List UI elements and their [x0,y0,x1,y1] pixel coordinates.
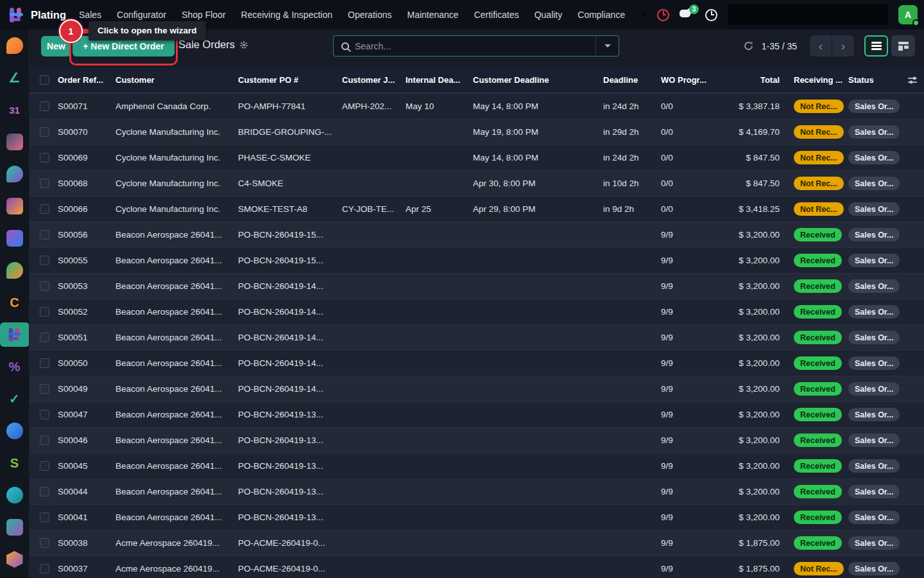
cell-wo[interactable]: 9/9 [661,384,712,394]
receiving-status-badge[interactable]: Received [794,228,842,241]
add-menu-icon[interactable]: + [641,9,647,21]
row-checkbox-cell[interactable] [30,256,58,265]
row-checkbox[interactable] [40,358,49,368]
cell-ref[interactable]: S00049 [58,384,116,394]
row-checkbox-cell[interactable] [30,358,58,368]
row-checkbox-cell[interactable] [30,179,58,188]
cell-po[interactable]: PO-BCN-260419-13... [238,435,342,445]
pager-previous-button[interactable]: ‹ [810,35,832,57]
receiving-status-badge[interactable]: Received [794,382,842,396]
list-view-button[interactable] [864,35,888,57]
calendar-icon[interactable]: 31 [0,98,30,122]
activities-icon[interactable] [657,9,669,21]
cell-total[interactable]: $ 1,875.00 [712,538,786,548]
order-status-badge[interactable]: Sales Or... [848,408,900,421]
cell-cust_deadline[interactable]: May 19, 8:00 PM [473,127,603,137]
column-header-customer-deadline[interactable]: Customer Deadline [473,75,603,85]
row-checkbox[interactable] [40,230,49,240]
discuss-icon[interactable] [0,33,30,58]
cell-ref[interactable]: S00037 [58,564,116,574]
cell-deadline[interactable]: in 10d 2h [603,179,661,188]
cell-po[interactable]: PO-AMPH-77841 [238,101,342,111]
menu-item-compliance[interactable]: Compliance [578,10,625,20]
receiving-status-badge[interactable]: Not Rec... [794,125,844,139]
order-status-badge[interactable]: Sales Or... [848,100,900,113]
cell-customer[interactable]: Acme Aerospace 260419... [116,538,238,548]
pager-next-button[interactable]: › [832,35,854,57]
row-checkbox[interactable] [40,384,49,394]
menu-item-configurator[interactable]: Configurator [117,10,166,20]
dashboards-icon[interactable] [0,162,30,186]
cell-po[interactable]: PO-BCN-260419-14... [238,333,342,342]
refresh-icon[interactable] [743,40,754,51]
table-row[interactable]: S00050Beacon Aerospace 26041...PO-BCN-26… [30,350,924,376]
receiving-status-badge[interactable]: Received [794,305,842,319]
table-row[interactable]: S00045Beacon Aerospace 26041...PO-BCN-26… [30,453,924,478]
search-bar[interactable] [333,35,619,57]
recent-history-icon[interactable] [705,9,717,21]
order-status-badge[interactable]: Sales Or... [848,536,900,550]
order-status-badge[interactable]: Sales Or... [848,331,900,344]
menu-item-sales[interactable]: Sales [79,10,101,20]
receiving-status-badge[interactable]: Received [794,485,842,498]
cell-customer[interactable]: Beacon Aerospace 26041... [116,230,238,240]
row-checkbox-cell[interactable] [30,281,58,291]
cell-wo[interactable]: 9/9 [661,333,712,342]
cell-customer[interactable]: Cyclone Manufacturing Inc. [116,127,238,137]
cell-total[interactable]: $ 3,418.25 [712,204,786,214]
table-row[interactable]: S00069Cyclone Manufacturing Inc.PHASE-C-… [30,144,924,170]
row-checkbox[interactable] [40,333,49,342]
table-row[interactable]: S00046Beacon Aerospace 26041...PO-BCN-26… [30,427,924,453]
cell-wo[interactable]: 9/9 [661,358,712,368]
contacts-icon[interactable] [0,130,30,154]
cell-total[interactable]: $ 3,200.00 [712,358,786,368]
cell-total[interactable]: $ 847.50 [712,153,786,162]
column-header-total[interactable]: Total [712,75,786,85]
menu-item-maintenance[interactable]: Maintenance [407,10,458,20]
apps-icon[interactable] [0,226,30,250]
column-header-order-ref-[interactable]: Order Ref... [58,75,116,85]
order-status-badge[interactable]: Sales Or... [848,562,900,575]
plating-app-icon[interactable] [0,322,30,347]
cell-ref[interactable]: S00070 [58,127,116,137]
select-all-checkbox-cell[interactable] [30,75,58,85]
receiving-status-badge[interactable]: Received [794,511,842,524]
cell-wo[interactable]: 9/9 [661,410,712,419]
row-checkbox-cell[interactable] [30,538,58,548]
order-status-badge[interactable]: Sales Or... [848,485,900,498]
crm-icon[interactable]: C [0,290,30,315]
row-checkbox[interactable] [40,487,49,496]
table-row[interactable]: S00041Beacon Aerospace 26041...PO-BCN-26… [30,504,924,530]
order-status-badge[interactable]: Sales Or... [848,151,900,164]
column-header-customer-po-#[interactable]: Customer PO # [238,75,342,85]
cell-ref[interactable]: S00068 [58,179,116,188]
order-status-badge[interactable]: Sales Or... [848,382,900,396]
cell-total[interactable]: $ 3,200.00 [712,487,786,496]
cell-wo[interactable]: 9/9 [661,281,712,291]
cell-po[interactable]: PHASE-C-SMOKE [238,153,342,162]
column-header-customer[interactable]: Customer [116,75,238,85]
cell-total[interactable]: $ 3,200.00 [712,512,786,522]
map-pin-icon[interactable] [0,258,30,283]
cell-internal[interactable]: May 10 [406,101,473,111]
row-checkbox-cell[interactable] [30,153,58,162]
row-checkbox-cell[interactable] [30,384,58,394]
cell-po[interactable]: PO-BCN-260419-15... [238,256,342,265]
receiving-status-badge[interactable]: Not Rec... [794,202,844,216]
cell-total[interactable]: $ 3,200.00 [712,230,786,240]
row-checkbox[interactable] [40,461,49,471]
receiving-status-badge[interactable]: Received [794,536,842,550]
menu-item-operations[interactable]: Operations [348,10,391,20]
todo-icon[interactable]: ✓ [0,387,30,411]
sketch-icon[interactable]: ∠ [0,66,30,90]
cell-po[interactable]: PO-BCN-260419-14... [238,384,342,394]
cell-total[interactable]: $ 3,200.00 [712,281,786,291]
table-row[interactable]: S00038Acme Aerospace 260419...PO-ACME-26… [30,530,924,556]
menu-item-receiving-inspection[interactable]: Receiving & Inspection [241,10,332,20]
cell-ref[interactable]: S00069 [58,153,116,162]
cell-customer[interactable]: Beacon Aerospace 26041... [116,307,238,317]
cell-customer[interactable]: Beacon Aerospace 26041... [116,384,238,394]
row-checkbox-cell[interactable] [30,127,58,137]
menu-item-shop-floor[interactable]: Shop Floor [182,10,225,20]
order-status-badge[interactable]: Sales Or... [848,459,900,473]
